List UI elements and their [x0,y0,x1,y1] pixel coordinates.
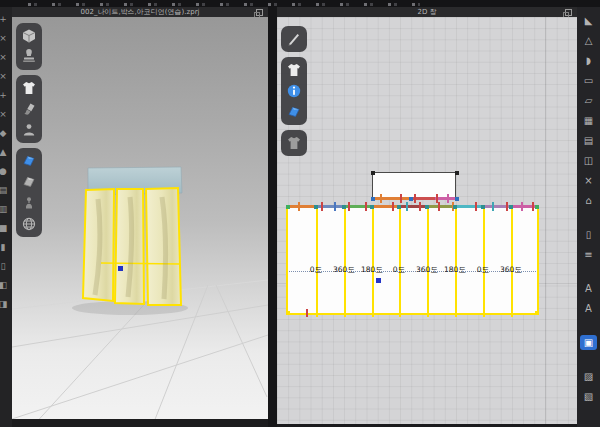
pleated-pattern[interactable]: 0도 360도 180도 0도 360도 180도 0도 360도 [286,205,539,315]
fold-line[interactable] [344,207,346,313]
trace-tool-icon[interactable]: ⌂ [580,193,597,208]
seam-line[interactable] [288,205,316,208]
fold-line-3d[interactable] [101,263,180,264]
pattern-point[interactable] [481,205,485,209]
menu-bar[interactable] [0,0,600,7]
selected-point-2d[interactable] [376,278,381,283]
pattern-point[interactable] [397,205,401,209]
cut-sew-icon[interactable]: × [580,173,597,188]
left-tool-icon[interactable]: ▲ [0,146,11,159]
fold-arrangement-icon[interactable]: ▣ [580,335,597,350]
garment-texture-icon[interactable] [285,134,303,152]
3d-viewport[interactable] [12,17,268,427]
left-tool-icon[interactable]: ▮ [0,241,11,254]
notch-tick [400,194,402,203]
pattern-point[interactable] [455,197,459,201]
texture-edit-icon[interactable]: ▨ [580,369,597,384]
fold-line[interactable] [483,207,485,313]
left-tool-icon[interactable]: ▥ [0,203,11,216]
seam-line[interactable] [427,205,455,208]
notch-tick [532,202,534,211]
left-tool-icon[interactable]: + [0,89,11,102]
measure-tool-icon[interactable]: ≡ [580,247,597,262]
pattern-point[interactable] [286,205,290,209]
render-mode-icon[interactable] [20,27,38,45]
fold-line[interactable] [455,207,457,313]
fabric-icon[interactable] [285,103,303,121]
fabric-icon[interactable] [20,173,38,191]
waistband-pattern[interactable] [372,172,456,200]
left-tool-icon[interactable]: ▤ [0,184,11,197]
float-window-icon[interactable] [565,9,572,16]
dart-tool-icon[interactable]: ◫ [580,153,597,168]
internal-shape-icon[interactable]: ▤ [580,133,597,148]
pattern-point[interactable] [509,205,513,209]
float-window-icon[interactable] [256,9,263,16]
fold-line[interactable] [372,207,374,313]
avatar-display-icon[interactable] [20,48,38,66]
left-tool-icon[interactable]: ■ [0,222,11,235]
mannequin-icon[interactable] [20,194,38,212]
polygon-tool-icon[interactable]: ▱ [580,93,597,108]
right-tool-strip[interactable]: ◣△◗▭▱▦▤◫×⌂▯≡AA▣▨▧ [577,7,600,427]
avatar-icon[interactable] [20,121,38,139]
panel-divider[interactable] [268,7,277,427]
selected-point-3d[interactable] [118,266,123,271]
corner-handle[interactable] [455,171,459,175]
seam-line[interactable] [435,197,457,200]
seam-line[interactable] [399,205,427,208]
sewing-tool-icon[interactable]: ▦ [580,113,597,128]
pattern-point[interactable] [409,197,413,201]
notch-tick [483,309,485,317]
seam-line[interactable] [373,197,411,200]
print-layout-icon[interactable]: ▧ [580,389,597,404]
left-tool-strip[interactable]: +×××+×◆▲●▤▥■▮▯◧◨ [0,7,12,427]
garment-texture-icon[interactable] [20,100,38,118]
add-point-icon[interactable]: ◗ [580,53,597,68]
fold-line[interactable] [511,207,513,313]
corner-handle[interactable] [371,171,375,175]
pattern-point[interactable] [371,197,375,201]
pleats-tool-icon[interactable]: ▯ [580,227,597,242]
fold-line[interactable] [427,207,429,313]
transform-pattern-icon[interactable]: ◣ [580,13,597,28]
left-tool-icon[interactable]: × [0,32,11,45]
pattern-point[interactable] [535,311,539,315]
pattern-point[interactable] [286,311,290,315]
globe-icon[interactable] [20,215,38,233]
fold-line[interactable] [399,207,401,313]
2d-viewport[interactable]: 0도 360도 180도 0도 360도 180도 0도 360도 [277,17,577,427]
pen-tool-icon[interactable] [285,30,303,48]
garment-display-icon[interactable] [285,61,303,79]
pattern-point[interactable] [453,205,457,209]
garment-display-icon[interactable] [20,79,38,97]
pattern-point[interactable] [535,205,539,209]
seam-line[interactable] [372,205,399,208]
rectangle-tool-icon[interactable]: ▭ [580,73,597,88]
left-tool-icon[interactable]: × [0,51,11,64]
pattern-point[interactable] [370,205,374,209]
left-tool-icon[interactable]: ● [0,165,11,178]
3d-window-title-bar[interactable]: 002_나이트,박스,아코디언(연습).zprj [12,7,268,17]
left-tool-icon[interactable]: ◧ [0,279,11,292]
pattern-point[interactable] [314,205,318,209]
notch-tick [344,309,346,317]
left-tool-icon[interactable]: × [0,108,11,121]
fabric-active-icon[interactable] [20,152,38,170]
fold-line[interactable] [316,207,318,313]
text-tool-icon[interactable]: A [580,281,597,296]
edit-pattern-icon[interactable]: △ [580,33,597,48]
left-tool-icon[interactable]: ◨ [0,298,11,311]
left-tool-icon[interactable]: + [0,13,11,26]
pattern-point[interactable] [342,205,346,209]
info-icon[interactable] [285,82,303,100]
left-tool-icon[interactable]: ▯ [0,260,11,273]
notch-tick [316,309,318,317]
left-tool-icon[interactable]: × [0,70,11,83]
3d-scene [12,17,268,427]
seam-line[interactable] [455,205,483,208]
pattern-annotation-icon[interactable]: A [580,301,597,316]
pattern-point[interactable] [425,205,429,209]
left-tool-icon[interactable]: ◆ [0,127,11,140]
2d-window-title-bar[interactable]: 2D 창 [277,7,577,17]
